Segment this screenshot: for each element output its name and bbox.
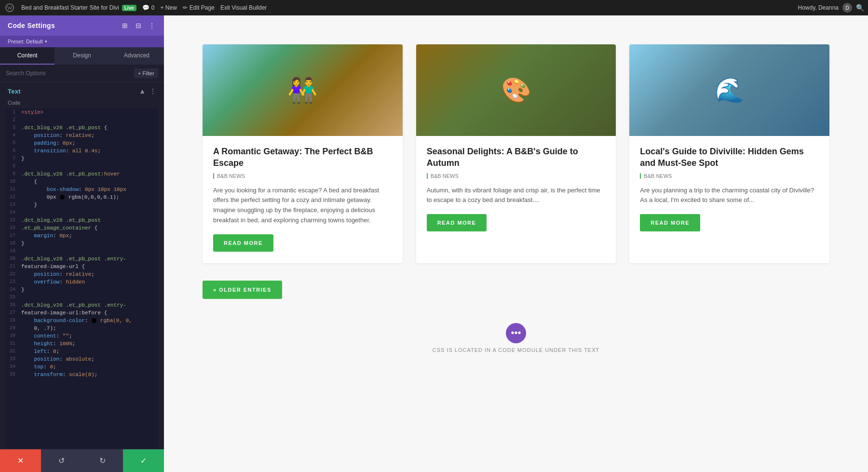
- close-icon: ✕: [17, 456, 24, 465]
- blog-card-excerpt-3: Are you planning a trip to the charming …: [640, 186, 819, 206]
- exit-label: Exit Visual Builder: [220, 4, 267, 11]
- more-options-icon[interactable]: ⋮: [148, 21, 156, 30]
- code-line: 10 {: [6, 178, 158, 186]
- code-line: 5 padding: 0px;: [6, 139, 158, 147]
- close-button[interactable]: ✕: [0, 449, 41, 472]
- blog-card-category-1: B&B NEWS: [217, 173, 245, 179]
- blog-card-excerpt-2: Autumn, with its vibrant foliage and cri…: [427, 186, 606, 206]
- code-line: 22 position: relative;: [6, 270, 158, 278]
- site-name-text: Bed and Breakfast Starter Site for Divi: [21, 4, 119, 11]
- preset-arrow-icon: ▾: [45, 39, 47, 44]
- new-label: + New: [160, 4, 176, 11]
- blog-card-2: Seasonal Delights: A B&B's Guide to Autu…: [416, 44, 616, 263]
- monitor-icon[interactable]: ⊞: [121, 21, 129, 30]
- code-line: 30 content: "";: [6, 332, 158, 340]
- blog-card-3: Local's Guide to Diviville: Hidden Gems …: [629, 44, 829, 263]
- read-more-button-3[interactable]: READ MORE: [640, 214, 700, 231]
- blog-card-body-2: Seasonal Delights: A B&B's Guide to Autu…: [416, 136, 616, 243]
- code-line: 1<style>: [6, 108, 158, 116]
- user-avatar[interactable]: D: [842, 3, 852, 13]
- blog-grid: A Romantic Getaway: The Perfect B&B Esca…: [203, 44, 829, 263]
- code-line: 12 0px rgba(0,0,0,0.1);: [6, 193, 158, 201]
- edit-icon: ✏: [183, 4, 188, 11]
- save-button[interactable]: ✓: [123, 449, 164, 472]
- exit-visual-builder-link[interactable]: Exit Visual Builder: [220, 4, 267, 11]
- code-line: 34 top: 0;: [6, 363, 158, 371]
- text-section-header: Text ▲ ⋮: [0, 82, 164, 98]
- code-line: 13 }: [6, 201, 158, 209]
- code-line: 6 transition: all 0.4s;: [6, 147, 158, 155]
- redo-button[interactable]: ↻: [82, 449, 123, 472]
- main-content: A Romantic Getaway: The Perfect B&B Esca…: [164, 15, 868, 472]
- sidebar-bottom-bar: ✕ ↺ ↻ ✓: [0, 449, 164, 472]
- footer-dots-button[interactable]: •••: [506, 323, 526, 343]
- older-entries-button[interactable]: « OLDER ENTRIES: [203, 281, 282, 299]
- code-line: 8: [6, 162, 158, 170]
- code-line: 27featured-image-url:before {: [6, 309, 158, 317]
- blog-card-image-3: [629, 44, 829, 136]
- comments-icon: 💬: [142, 4, 149, 11]
- comments-link[interactable]: 💬 0: [142, 4, 155, 11]
- comments-count: 0: [151, 4, 155, 11]
- blog-card-title-2: Seasonal Delights: A B&B's Guide to Autu…: [427, 146, 606, 169]
- new-button[interactable]: + New: [160, 4, 176, 11]
- layout-icon[interactable]: ⊟: [134, 21, 143, 30]
- code-line: 14: [6, 209, 158, 216]
- blog-card-meta-3: B&B NEWS: [640, 173, 819, 179]
- blog-card-excerpt-1: Are you looking for a romantic escape? A…: [213, 186, 392, 226]
- tab-design[interactable]: Design: [54, 47, 109, 65]
- code-line: 33 position: absolute;: [6, 355, 158, 363]
- blog-card-meta-1: B&B NEWS: [213, 173, 392, 179]
- code-line: 23 overflow: hidden: [6, 278, 158, 286]
- code-line: 20.dct_blog_v26 .et_pb_post .entry-: [6, 255, 158, 263]
- tab-advanced[interactable]: Advanced: [109, 47, 164, 65]
- code-line: 26.dct_blog_v26 .et_pb_post .entry-: [6, 301, 158, 309]
- footer-note: ••• CSS IS LOCATED IN A CODE MODULE UNDE…: [203, 323, 829, 353]
- edit-page-link[interactable]: ✏ Edit Page: [183, 4, 215, 11]
- preset-selector[interactable]: Preset: Default ▾: [0, 36, 164, 47]
- save-icon: ✓: [140, 456, 147, 465]
- code-line: 9.dct_blog_v26 .et_pb_post:hover: [6, 170, 158, 178]
- tab-content[interactable]: Content: [0, 47, 54, 65]
- wordpress-icon[interactable]: W: [4, 2, 15, 13]
- code-line: 3.dct_blog_v26 .et_pb_post {: [6, 124, 158, 132]
- code-line: 25: [6, 294, 158, 301]
- sidebar-title: Code Settings: [8, 22, 55, 29]
- site-name[interactable]: Bed and Breakfast Starter Site for Divi …: [21, 4, 136, 11]
- read-more-button-2[interactable]: READ MORE: [427, 214, 487, 231]
- code-editor[interactable]: 1<style>23.dct_blog_v26 .et_pb_post {4 p…: [6, 108, 158, 449]
- section-title: Text: [8, 88, 21, 95]
- footer-dots-icon: •••: [511, 327, 521, 338]
- code-line: 29 0, .7);: [6, 324, 158, 332]
- footer-text: CSS IS LOCATED IN A CODE MODULE UNDER TH…: [203, 347, 829, 353]
- undo-button[interactable]: ↺: [41, 449, 82, 472]
- code-line: 35 transform: scale(0);: [6, 371, 158, 378]
- blog-card-body-3: Local's Guide to Diviville: Hidden Gems …: [629, 136, 829, 243]
- read-more-button-1[interactable]: READ MORE: [213, 234, 273, 252]
- live-badge: Live: [122, 5, 136, 11]
- blog-card-category-2: B&B NEWS: [431, 173, 459, 179]
- redo-icon: ↻: [99, 456, 106, 465]
- blog-card-1: A Romantic Getaway: The Perfect B&B Esca…: [203, 44, 403, 263]
- undo-icon: ↺: [58, 456, 65, 465]
- collapse-icon[interactable]: ▲: [139, 87, 146, 95]
- sidebar: Code Settings ⊞ ⊟ ⋮ Preset: Default ▾ Co…: [0, 15, 164, 472]
- sidebar-tabs: Content Design Advanced: [0, 47, 164, 65]
- meta-bar-icon-3: [640, 173, 641, 179]
- howdy-text: Howdy, Deanna: [798, 4, 839, 11]
- sidebar-header: Code Settings ⊞ ⊟ ⋮: [0, 15, 164, 36]
- code-line: 18}: [6, 240, 158, 247]
- code-label: Code: [0, 98, 164, 108]
- search-bar: + Filter: [0, 65, 164, 82]
- sidebar-header-icons: ⊞ ⊟ ⋮: [121, 21, 156, 30]
- code-line: 24}: [6, 286, 158, 294]
- filter-button[interactable]: + Filter: [134, 68, 158, 78]
- search-icon[interactable]: 🔍: [856, 4, 864, 12]
- blog-card-image-2: [416, 44, 616, 136]
- section-more-icon[interactable]: ⋮: [149, 87, 156, 95]
- svg-text:W: W: [7, 5, 13, 11]
- code-line: 32 left: 0;: [6, 348, 158, 355]
- code-line: 2: [6, 116, 158, 124]
- code-line: 11 box-shadow: 0px 10px 10px: [6, 186, 158, 193]
- search-input[interactable]: [6, 70, 130, 77]
